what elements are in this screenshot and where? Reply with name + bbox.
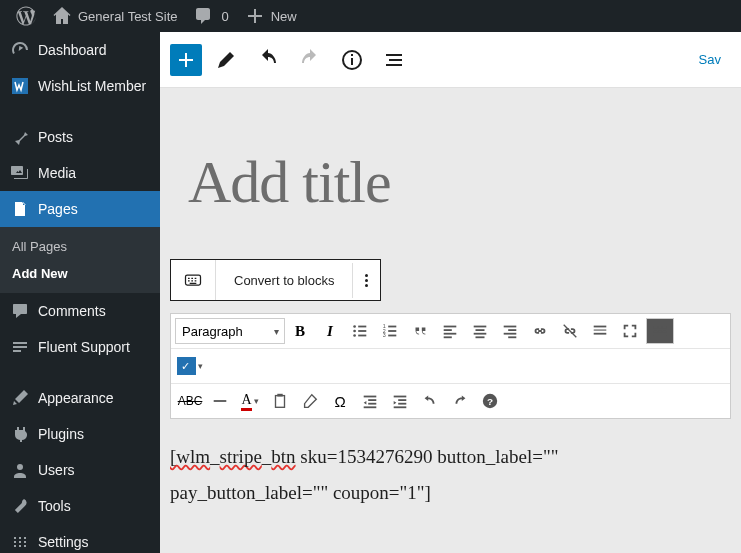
outline-button[interactable]: [376, 42, 412, 78]
svg-rect-3: [351, 54, 353, 56]
svg-rect-27: [504, 333, 517, 335]
outdent-button[interactable]: [356, 388, 384, 414]
undo-icon: [256, 48, 280, 72]
menu-dashboard[interactable]: Dashboard: [0, 32, 160, 68]
strike-button[interactable]: ABC: [176, 388, 204, 414]
fullscreen-icon: [621, 322, 639, 340]
menu-fluent[interactable]: Fluent Support: [0, 329, 160, 365]
svg-rect-2: [351, 58, 353, 65]
details-button[interactable]: [334, 42, 370, 78]
menu-settings[interactable]: Settings: [0, 524, 160, 553]
align-center-button[interactable]: [466, 318, 494, 344]
textcolor-icon: A: [241, 392, 251, 411]
more-button[interactable]: [586, 318, 614, 344]
clipboard-icon: [271, 392, 289, 410]
svg-rect-19: [444, 333, 457, 335]
align-right-button[interactable]: [496, 318, 524, 344]
redo-button[interactable]: [292, 42, 328, 78]
undo-button[interactable]: [250, 42, 286, 78]
dashboard-icon: [10, 40, 30, 60]
plus-icon: [174, 48, 198, 72]
omega-icon: Ω: [334, 393, 345, 410]
add-block-button[interactable]: [170, 44, 202, 76]
menu-label: Fluent Support: [38, 339, 130, 355]
menu-pages[interactable]: Pages: [0, 191, 160, 227]
format-select[interactable]: Paragraph: [175, 318, 285, 344]
bold-icon: B: [295, 323, 305, 340]
align-left-button[interactable]: [436, 318, 464, 344]
svg-rect-38: [654, 335, 667, 337]
svg-rect-43: [368, 399, 376, 401]
submenu-add-new[interactable]: Add New: [0, 260, 160, 287]
link-button[interactable]: [526, 318, 554, 344]
editor-content[interactable]: [wlm_stripe_btn sku=1534276290 button_la…: [170, 419, 731, 511]
svg-rect-37: [663, 330, 667, 333]
svg-rect-31: [594, 333, 607, 335]
paste-button[interactable]: [266, 388, 294, 414]
tools-button[interactable]: [208, 42, 244, 78]
menu-label: Media: [38, 165, 76, 181]
menu-appearance[interactable]: Appearance: [0, 380, 160, 416]
textcolor-button[interactable]: A: [236, 388, 264, 414]
svg-rect-24: [476, 336, 485, 338]
menu-media[interactable]: Media: [0, 155, 160, 191]
submenu-all-pages[interactable]: All Pages: [0, 233, 160, 260]
svg-rect-41: [277, 394, 282, 397]
menu-wishlist[interactable]: WishList Member: [0, 68, 160, 104]
editor-header: Sav: [160, 32, 741, 88]
wp-logo[interactable]: [8, 0, 44, 32]
toolbar-toggle-button[interactable]: [646, 318, 674, 344]
number-list-button[interactable]: 123: [376, 318, 404, 344]
menu-plugins[interactable]: Plugins: [0, 416, 160, 452]
editor-canvas: Add title Convert to blocks Paragraph B …: [160, 88, 741, 553]
italic-icon: I: [327, 323, 333, 340]
new-content-link[interactable]: New: [237, 0, 305, 32]
tinymce-toolbar: Paragraph B I 123: [170, 313, 731, 419]
svg-rect-22: [476, 329, 485, 331]
charmap-button[interactable]: Ω: [326, 388, 354, 414]
svg-rect-46: [394, 396, 407, 398]
menu-comments[interactable]: Comments: [0, 293, 160, 329]
menu-users[interactable]: Users: [0, 452, 160, 488]
redo-icon: [451, 392, 469, 410]
bullet-list-button[interactable]: [346, 318, 374, 344]
menu-tools[interactable]: Tools: [0, 488, 160, 524]
indent-button[interactable]: [386, 388, 414, 414]
site-name-link[interactable]: General Test Site: [44, 0, 185, 32]
hr-button[interactable]: [206, 388, 234, 414]
settings-icon: [10, 532, 30, 552]
svg-rect-17: [444, 326, 457, 328]
media-icon: [10, 163, 30, 183]
italic-button[interactable]: I: [316, 318, 344, 344]
bold-button[interactable]: B: [286, 318, 314, 344]
link-icon: [531, 322, 549, 340]
indent-icon: [391, 392, 409, 410]
svg-rect-28: [508, 336, 516, 338]
more-options-button[interactable]: [353, 264, 380, 297]
fullscreen-button[interactable]: [616, 318, 644, 344]
quote-button[interactable]: [406, 318, 434, 344]
comments-link[interactable]: 0: [185, 0, 236, 32]
svg-text:3: 3: [383, 332, 386, 338]
classic-icon-cell[interactable]: [171, 260, 216, 300]
shortcode-line-2: pay_button_label="" coupon="1"]: [170, 475, 731, 511]
svg-rect-44: [368, 403, 376, 405]
menu-label: Users: [38, 462, 75, 478]
menu-posts[interactable]: Posts: [0, 119, 160, 155]
wlm-toggle-button[interactable]: [176, 353, 204, 379]
align-center-icon: [471, 322, 489, 340]
help-button[interactable]: ?: [476, 388, 504, 414]
svg-rect-10: [358, 335, 366, 337]
undo2-button[interactable]: [416, 388, 444, 414]
clear-button[interactable]: [296, 388, 324, 414]
pages-icon: [10, 199, 30, 219]
svg-rect-32: [654, 326, 658, 329]
redo2-button[interactable]: [446, 388, 474, 414]
svg-rect-33: [658, 326, 662, 329]
unlink-button[interactable]: [556, 318, 584, 344]
save-draft-button[interactable]: Sav: [689, 52, 731, 67]
svg-rect-26: [508, 329, 516, 331]
convert-to-blocks-button[interactable]: Convert to blocks: [216, 263, 353, 298]
title-area[interactable]: Add title: [160, 88, 741, 247]
svg-rect-49: [394, 406, 407, 408]
